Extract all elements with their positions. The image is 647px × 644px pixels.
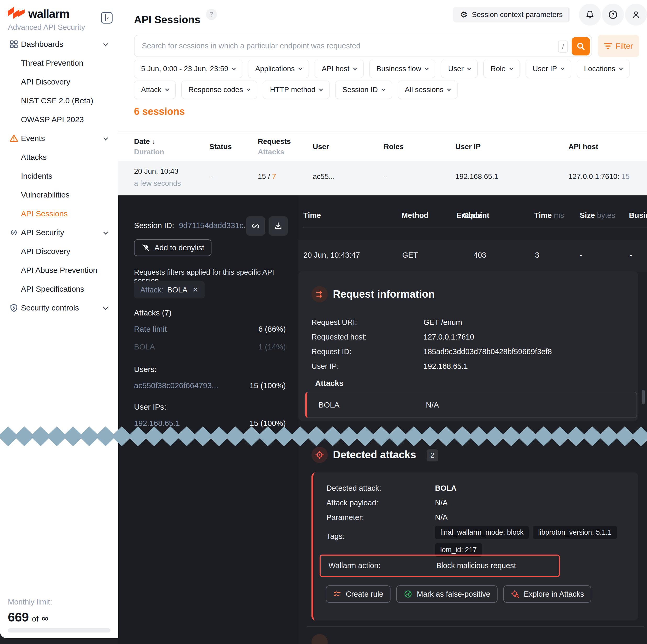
download-button[interactable] bbox=[269, 216, 288, 236]
session-table-row[interactable]: 20 Jun, 10:43 a few seconds - 15 / 7 ac5… bbox=[118, 161, 647, 195]
req-col-business[interactable]: Busine bbox=[629, 211, 647, 220]
field-label-requested-host: Requested host: bbox=[311, 333, 367, 341]
chevron-down-icon bbox=[103, 41, 108, 46]
field-value-requested-host: 127.0.0.1:7610 bbox=[424, 333, 474, 341]
request-information-title: Request information bbox=[333, 288, 435, 300]
filter-chip-business-flow[interactable]: Business flow bbox=[369, 60, 435, 78]
close-icon[interactable]: ✕ bbox=[193, 286, 198, 294]
filter-chip-role[interactable]: Role bbox=[484, 60, 520, 78]
monthly-limit-value: 669 of ∞ bbox=[8, 610, 49, 624]
sidebar-item-api-discovery[interactable]: API Discovery bbox=[0, 72, 118, 91]
mark-false-positive-button[interactable]: Mark as false-positive bbox=[396, 585, 497, 603]
sidebar-item-nist-csf[interactable]: NIST CSF 2.0 (Beta) bbox=[0, 91, 118, 110]
cell-date: 20 Jun, 10:43 a few seconds bbox=[134, 167, 181, 187]
copy-link-button[interactable] bbox=[246, 216, 265, 236]
field-value-attack-payload: N/A bbox=[435, 498, 447, 507]
session-context-parameters-button[interactable]: ⚙ Session context parameters bbox=[453, 7, 570, 22]
chevron-down-icon bbox=[509, 66, 513, 70]
chevron-down-icon bbox=[619, 66, 623, 70]
user-profile-icon[interactable] bbox=[625, 4, 647, 26]
session-details-panel: Session ID:9d71154dadd331c... Add to den… bbox=[118, 195, 298, 644]
request-info-icon bbox=[311, 286, 328, 302]
filter-chip-response-codes[interactable]: Response codes bbox=[182, 81, 257, 99]
req-col-size[interactable]: Size bytes bbox=[580, 211, 615, 220]
stat-bola[interactable]: BOLA1 (14%) bbox=[134, 342, 286, 351]
sidebar-collapse-icon[interactable]: ‹ bbox=[101, 12, 113, 23]
chevron-down-icon bbox=[447, 87, 451, 91]
search-bar: / bbox=[134, 35, 592, 57]
session-id-row: Session ID:9d71154dadd331c... bbox=[134, 221, 250, 230]
sidebar-item-api-discovery-2[interactable]: API Discovery bbox=[0, 242, 118, 261]
sidebar-item-security-controls[interactable]: Security controls bbox=[0, 299, 118, 317]
filter-button[interactable]: Filter bbox=[598, 35, 639, 57]
filter-chip-applications[interactable]: Applications bbox=[248, 60, 309, 78]
field-value-request-uri: GET /enum bbox=[424, 318, 462, 327]
sidebar-item-api-security[interactable]: API Security bbox=[0, 223, 118, 242]
filter-chip-user-ip[interactable]: User IP bbox=[525, 60, 571, 78]
filter-chip-session-id[interactable]: Session ID bbox=[335, 81, 392, 99]
filter-chip-user[interactable]: User bbox=[441, 60, 478, 78]
sidebar-item-vulnerabilities[interactable]: Vulnerabilities bbox=[0, 185, 118, 204]
chevron-down-icon bbox=[467, 66, 472, 70]
sidebar-item-api-sessions[interactable]: API Sessions bbox=[0, 204, 118, 223]
filter-chip-locations[interactable]: Locations bbox=[577, 60, 630, 78]
column-header-date[interactable]: Date ↓ Duration bbox=[134, 137, 164, 156]
create-rule-button[interactable]: Create rule bbox=[326, 585, 390, 603]
session-id-value[interactable]: 9d71154dadd331c... bbox=[179, 221, 250, 230]
attack-bola-filter-chip[interactable]: Attack: BOLA ✕ bbox=[134, 281, 205, 299]
req-col-time-ms[interactable]: Time ms bbox=[534, 211, 564, 220]
detected-attacks-title: Detected attacks bbox=[333, 449, 416, 461]
help-icon[interactable]: ? bbox=[602, 4, 624, 26]
req-cell-code: 403 bbox=[474, 251, 486, 259]
tags-list: final_wallarm_mode: block libproton_vers… bbox=[435, 526, 629, 557]
column-header-api-host[interactable]: API host bbox=[569, 143, 598, 151]
add-to-denylist-button[interactable]: Add to denylist bbox=[134, 239, 211, 256]
detected-attack-card: Detected attack: BOLA Attack payload: N/… bbox=[311, 472, 638, 621]
req-col-code[interactable]: Code bbox=[463, 211, 482, 220]
filter-chip-attack[interactable]: Attack bbox=[134, 81, 175, 99]
filter-chip-all-sessions[interactable]: All sessions bbox=[398, 81, 458, 99]
brand-name: wallarm bbox=[28, 7, 69, 20]
filter-chip-daterange[interactable]: 5 Jun, 0:00 - 23 Jun, 23:59 bbox=[134, 60, 242, 78]
filter-chips-row2: Attack Response codes HTTP method Sessio… bbox=[134, 81, 457, 99]
main-content: API Sessions ? ⚙ Session context paramet… bbox=[118, 0, 647, 195]
column-header-status[interactable]: Status bbox=[209, 143, 232, 151]
chevron-down-icon bbox=[298, 66, 302, 70]
fingerprint-off-icon bbox=[141, 243, 150, 252]
sidebar-item-api-abuse-prevention[interactable]: API Abuse Prevention bbox=[0, 261, 118, 279]
column-header-user-ip[interactable]: User IP bbox=[455, 143, 481, 151]
sidebar-item-threat-prevention[interactable]: Threat Prevention bbox=[0, 54, 118, 72]
notifications-bell-icon[interactable] bbox=[579, 4, 601, 26]
scrollbar-thumb[interactable] bbox=[642, 390, 645, 404]
column-header-user[interactable]: User bbox=[313, 143, 329, 151]
req-col-time[interactable]: Time bbox=[303, 211, 321, 220]
sidebar-item-attacks[interactable]: Attacks bbox=[0, 148, 118, 167]
chevron-down-icon bbox=[103, 136, 108, 140]
explore-in-attacks-button[interactable]: Explore in Attacks bbox=[503, 585, 591, 603]
wallarm-logo-icon bbox=[8, 7, 24, 21]
link-icon bbox=[251, 221, 261, 231]
chevron-down-icon bbox=[353, 66, 357, 70]
filter-chip-http-method[interactable]: HTTP method bbox=[263, 81, 330, 99]
stat-rate-limit[interactable]: Rate limit6 (86%) bbox=[134, 325, 286, 333]
sidebar-item-owasp-api[interactable]: OWASP API 2023 bbox=[0, 110, 118, 129]
chevron-down-icon bbox=[246, 87, 251, 91]
column-header-requests[interactable]: Requests Attacks bbox=[258, 137, 291, 156]
requests-header-divider bbox=[303, 228, 647, 228]
search-button[interactable] bbox=[572, 37, 590, 56]
stat-user-hash[interactable]: ac550f38c026f664793...15 (100%) bbox=[134, 381, 286, 390]
title-help-icon[interactable]: ? bbox=[206, 9, 217, 20]
sidebar-item-events[interactable]: Events bbox=[0, 129, 118, 148]
sidebar-item-api-specifications[interactable]: API Specifications bbox=[0, 279, 118, 299]
column-header-roles[interactable]: Roles bbox=[384, 143, 404, 151]
sidebar-item-incidents[interactable]: Incidents bbox=[0, 167, 118, 185]
attack-actions: Create rule Mark as false-positive bbox=[326, 585, 591, 603]
filter-chip-api-host[interactable]: API host bbox=[314, 60, 364, 78]
req-col-method[interactable]: Method bbox=[402, 211, 428, 220]
tag-final-wallarm-mode: final_wallarm_mode: block bbox=[435, 526, 529, 539]
attack-bola-row[interactable]: BOLA N/A bbox=[305, 392, 637, 418]
search-input[interactable] bbox=[141, 35, 545, 57]
brand: wallarm bbox=[8, 7, 69, 21]
sidebar-item-dashboards[interactable]: Dashboards bbox=[0, 35, 118, 54]
next-section-icon bbox=[311, 634, 328, 644]
